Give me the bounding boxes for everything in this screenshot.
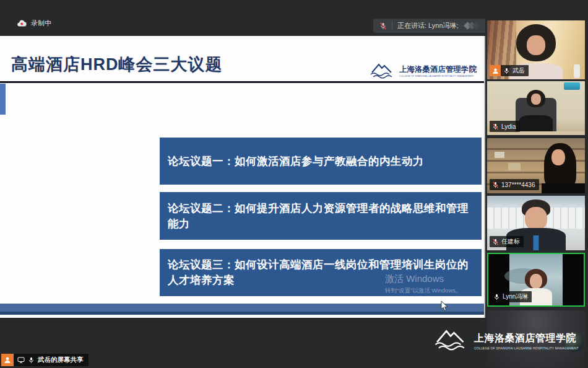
participants-sidebar: 武岳 Lydia bbox=[485, 0, 588, 368]
participant-tile-wuyue[interactable]: 武岳 bbox=[487, 20, 585, 79]
participant-name-tag: Lydia bbox=[490, 121, 520, 132]
participant-name: Lynn冯琳 bbox=[503, 292, 528, 301]
mic-muted-icon bbox=[492, 182, 499, 188]
divider bbox=[392, 22, 392, 30]
meeting-logo-icon bbox=[464, 21, 481, 31]
accent-bar bbox=[0, 84, 6, 115]
speaking-label: 正在讲话: Lynn冯琳; bbox=[397, 21, 459, 30]
presenter-badge-icon bbox=[1, 354, 14, 366]
speaking-indicator: 正在讲话: Lynn冯琳; bbox=[373, 19, 487, 33]
mic-on-icon bbox=[493, 294, 500, 300]
topic-box-2: 论坛议题二：如何提升酒店人力资源管理者的战略思维和管理能力 bbox=[160, 192, 482, 240]
title-underline bbox=[0, 81, 484, 83]
mouse-cursor bbox=[441, 301, 448, 312]
mic-muted-icon bbox=[492, 123, 499, 130]
screen-share-icon bbox=[17, 356, 25, 364]
muted-mic-icon bbox=[379, 22, 387, 30]
footer-logo-subtext: COLLEGE OF SHANGHAI LAUSANNE HOSPITALITY… bbox=[474, 346, 582, 350]
meeting-window: 录制中 正在讲话: Lynn冯琳; 高端酒店HRD峰会三大议题 上海洛桑酒店管理… bbox=[0, 0, 588, 368]
mic-on-icon bbox=[28, 357, 35, 364]
participant-name: 任建标 bbox=[501, 237, 520, 246]
mountain-wave-icon bbox=[432, 326, 469, 353]
institute-logo-text: 上海洛桑酒店管理学院 bbox=[399, 64, 477, 75]
screen-share-label-text: 武岳的屏幕共享 bbox=[38, 356, 84, 364]
windows-activation-watermark: 激活 Windows 转到“设置”以激活 Windows。 bbox=[385, 273, 462, 295]
screen-share-badge-icon bbox=[490, 65, 501, 76]
footer-logo-text: 上海洛桑酒店管理学院 bbox=[474, 332, 582, 345]
participant-name-tag: 137****4436 bbox=[490, 179, 539, 190]
shared-screen-slide: 高端酒店HRD峰会三大议题 上海洛桑酒店管理学院 COLLEGE OF SHAN… bbox=[0, 36, 484, 318]
mic-on-icon bbox=[503, 68, 510, 74]
participant-tile-lydia[interactable]: Lydia bbox=[487, 81, 585, 135]
screen-share-label: 武岳的屏幕共享 bbox=[1, 354, 89, 366]
topic-1-text: 论坛议题一：如何激活酒店参与产教融合的内生动力 bbox=[168, 154, 424, 169]
topic-box-1: 论坛议题一：如何激活酒店参与产教融合的内生动力 bbox=[160, 138, 482, 185]
institute-logo-subtext: COLLEGE OF SHANGHAI LAUSANNE HOSPITALITY… bbox=[399, 75, 477, 77]
participant-name-tag: Lynn冯琳 bbox=[491, 291, 532, 302]
footer-institute-logo: 上海洛桑酒店管理学院 COLLEGE OF SHANGHAI LAUSANNE … bbox=[432, 320, 586, 367]
recording-cloud-icon bbox=[17, 19, 27, 27]
participant-name-tag: 武岳 bbox=[490, 65, 529, 76]
participant-name-tag: 任建标 bbox=[490, 236, 524, 247]
participant-tile-renjianbiao[interactable]: 任建标 bbox=[487, 196, 585, 250]
participant-tile-137[interactable]: 137****4436 bbox=[487, 138, 585, 193]
mountain-wave-icon bbox=[368, 62, 396, 79]
institute-logo: 上海洛桑酒店管理学院 COLLEGE OF SHANGHAI LAUSANNE … bbox=[368, 62, 477, 79]
recording-indicator[interactable]: 录制中 bbox=[17, 19, 51, 28]
mic-muted-icon bbox=[492, 239, 499, 245]
slide-bottom-bar bbox=[0, 304, 484, 315]
participant-name: 137****4436 bbox=[501, 182, 535, 188]
recording-label: 录制中 bbox=[31, 19, 51, 28]
participant-name: Lydia bbox=[501, 123, 516, 130]
participant-name: 武岳 bbox=[512, 66, 525, 75]
topic-2-text: 论坛议题二：如何提升酒店人力资源管理者的战略思维和管理能力 bbox=[168, 201, 472, 232]
slide-title: 高端酒店HRD峰会三大议题 bbox=[11, 53, 223, 76]
participant-tile-lynn-speaking[interactable]: Lynn冯琳 bbox=[487, 253, 585, 307]
